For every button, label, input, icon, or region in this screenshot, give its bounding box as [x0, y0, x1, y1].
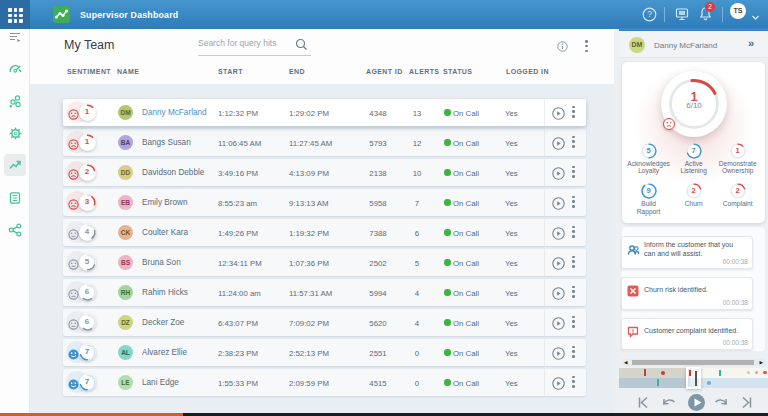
svg-text:?: ? — [647, 9, 652, 19]
